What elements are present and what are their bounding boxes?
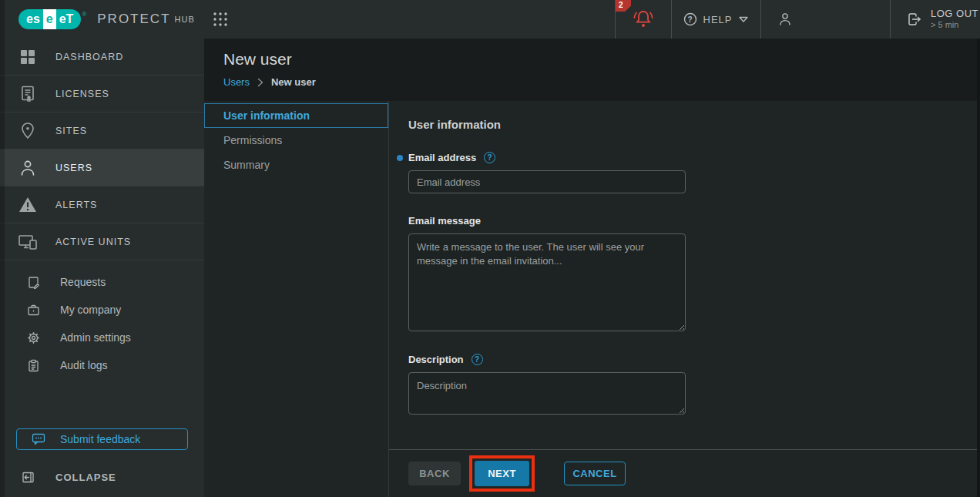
step-user-information[interactable]: User information [204, 103, 388, 128]
chevron-down-icon [738, 15, 749, 23]
help-icon: ? [683, 12, 697, 26]
page-title: New user [223, 50, 980, 69]
breadcrumb-current: New user [271, 76, 316, 88]
registered-mark: ® [82, 11, 86, 18]
email-message-textarea[interactable] [408, 233, 686, 331]
cancel-button[interactable]: CANCEL [564, 462, 626, 485]
help-menu[interactable]: ? HELP [671, 0, 760, 39]
annotation-highlight: NEXT [469, 455, 535, 492]
sidebar-item-label: Admin settings [60, 331, 131, 344]
user-icon [777, 12, 793, 27]
users-icon [0, 158, 55, 178]
wizard-content: User information Permissions Summary Use… [204, 101, 977, 497]
required-indicator [397, 155, 403, 161]
licenses-icon [0, 84, 55, 104]
sidebar-item-admin-settings[interactable]: Admin settings [0, 324, 204, 351]
brand: es e eT ® PROTECT HUB [0, 9, 229, 29]
sidebar-item-label: USERS [55, 163, 92, 173]
app-launcher-icon[interactable] [212, 11, 229, 28]
wizard-footer: BACK NEXT CANCEL [389, 449, 977, 497]
eset-logo-icon: es e eT [18, 9, 81, 29]
form-panel: User information Email address ? Email m… [389, 101, 977, 497]
settings-icon [26, 331, 40, 344]
sidebar-item-sites[interactable]: SITES [0, 112, 204, 149]
sidebar-item-label: DASHBOARD [55, 52, 123, 62]
scrollbar-gutter[interactable] [977, 39, 980, 497]
feedback-icon [17, 433, 60, 445]
email-help-icon[interactable]: ? [484, 152, 495, 163]
svg-text:?: ? [687, 15, 693, 24]
notifications-button[interactable]: 2 [615, 0, 671, 39]
email-label-row: Email address ? [408, 152, 977, 163]
form-heading: User information [408, 118, 977, 131]
product-name: PROTECT [97, 12, 170, 27]
main-content: New user Users New user User information… [204, 39, 980, 497]
sidebar-secondary-nav: Requests My company [0, 268, 204, 379]
sidebar-item-label: My company [60, 304, 121, 316]
user-profile-button[interactable] [760, 0, 890, 39]
active-units-icon [0, 232, 55, 252]
topbar-actions: 2 ? HELP [615, 0, 980, 39]
wizard-steps: User information Permissions Summary [204, 101, 389, 497]
dashboard-icon [0, 47, 55, 67]
breadcrumb-chevron-icon [257, 78, 264, 87]
logo-text: e [43, 9, 56, 29]
submit-feedback-button[interactable]: Submit feedback [16, 428, 188, 450]
breadcrumb: Users New user [223, 76, 980, 88]
notification-badge: 2 [616, 0, 631, 12]
sidebar-item-label: SITES [55, 126, 87, 136]
sidebar-item-label: ALERTS [55, 200, 97, 210]
email-address-input[interactable] [408, 170, 686, 193]
breadcrumb-users-link[interactable]: Users [223, 76, 250, 88]
logout-timer: > 5 min [931, 20, 978, 31]
collapse-icon [0, 471, 55, 484]
sidebar-item-label: Audit logs [60, 359, 107, 371]
sidebar-item-audit-logs[interactable]: Audit logs [0, 351, 204, 379]
description-textarea[interactable] [408, 372, 686, 415]
logo-text: eT [56, 9, 82, 29]
logo-text: es [18, 9, 43, 29]
sidebar-item-active-units[interactable]: ACTIVE UNITS [0, 223, 204, 260]
user-information-form: User information Email address ? Email m… [389, 101, 977, 449]
product-suffix: HUB [175, 15, 195, 24]
description-help-icon[interactable]: ? [472, 354, 483, 365]
top-bar: es e eT ® PROTECT HUB 2 [0, 0, 980, 39]
back-button[interactable]: BACK [408, 462, 461, 485]
sidebar-item-label: ACTIVE UNITS [55, 237, 131, 247]
next-button[interactable]: NEXT [475, 461, 529, 486]
help-label: HELP [703, 14, 733, 25]
email-message-label: Email message [408, 215, 481, 227]
step-permissions[interactable]: Permissions [204, 128, 388, 153]
email-message-label-row: Email message [408, 215, 977, 227]
sites-icon [0, 121, 55, 141]
bell-icon [630, 8, 656, 31]
sidebar-item-label: LICENSES [55, 89, 109, 99]
audit-logs-icon [26, 359, 40, 372]
sidebar-item-licenses[interactable]: LICENSES [0, 76, 204, 112]
logout-button[interactable]: LOG OUT > 5 min [890, 0, 980, 39]
logout-icon [906, 11, 923, 28]
company-icon [26, 304, 40, 317]
sidebar-item-users[interactable]: USERS [0, 149, 204, 186]
sidebar-item-dashboard[interactable]: DASHBOARD [0, 39, 204, 76]
sidebar-item-label: Requests [60, 276, 106, 288]
alerts-icon [0, 195, 55, 215]
page-header: New user Users New user [204, 39, 980, 101]
sidebar-item-alerts[interactable]: ALERTS [0, 186, 204, 223]
requests-icon [26, 276, 40, 289]
collapse-label: COLLAPSE [55, 472, 116, 483]
step-summary[interactable]: Summary [204, 153, 388, 177]
sidebar-item-my-company[interactable]: My company [0, 296, 204, 324]
description-label-row: Description ? [408, 354, 977, 365]
email-address-label: Email address [408, 152, 476, 163]
sidebar-item-requests[interactable]: Requests [0, 268, 204, 296]
collapse-sidebar-button[interactable]: COLLAPSE [0, 462, 204, 492]
logout-label: LOG OUT [931, 8, 978, 20]
feedback-label: Submit feedback [60, 433, 140, 445]
description-label: Description [408, 354, 464, 365]
sidebar: DASHBOARD LICENSES SITES U [0, 39, 204, 497]
